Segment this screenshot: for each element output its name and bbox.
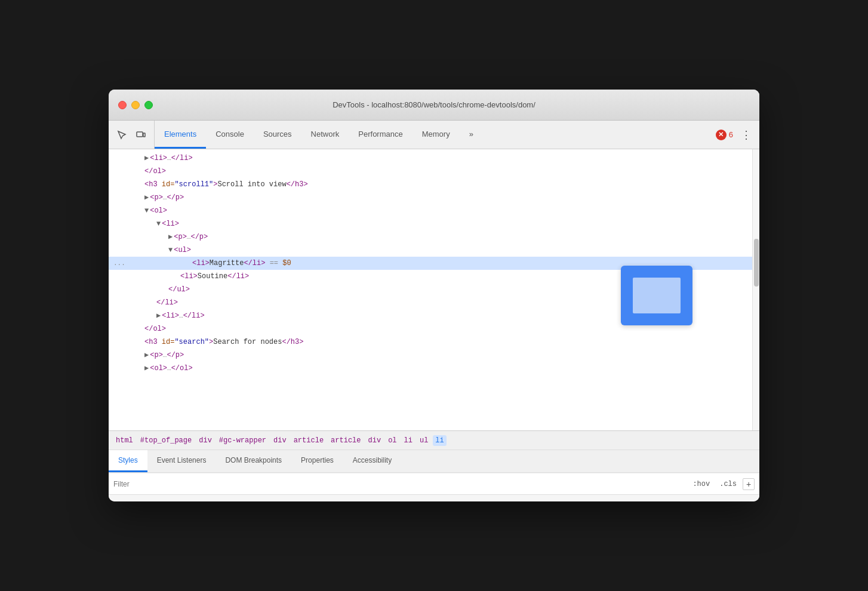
error-icon: ✕	[716, 130, 727, 140]
filter-buttons: :hov .cls +	[689, 478, 755, 490]
breadcrumb: html #top_of_page div #gc-wrapper div ar…	[109, 431, 759, 450]
breadcrumb-ol[interactable]: ol	[386, 435, 399, 446]
dom-line[interactable]: ▼<ul>	[109, 244, 752, 257]
inspect-button[interactable]	[113, 127, 130, 143]
tab-more[interactable]: »	[460, 121, 483, 149]
svg-rect-1	[143, 133, 145, 137]
title-bar: DevTools - localhost:8080/web/tools/chro…	[109, 90, 759, 121]
tab-dom-breakpoints[interactable]: DOM Breakpoints	[216, 450, 291, 472]
dom-line[interactable]: <h3 id="scroll1">Scroll into view</h3>	[109, 178, 752, 191]
tab-performance[interactable]: Performance	[349, 121, 412, 149]
tab-properties[interactable]: Properties	[291, 450, 343, 472]
breadcrumb-div-2[interactable]: div	[271, 435, 289, 446]
breadcrumb-article-1[interactable]: article	[291, 435, 326, 446]
maximize-button[interactable]	[144, 101, 153, 109]
tab-elements[interactable]: Elements	[155, 121, 206, 149]
minimize-button[interactable]	[131, 101, 140, 109]
tab-memory[interactable]: Memory	[413, 121, 460, 149]
breadcrumb-html[interactable]: html	[113, 435, 136, 446]
device-toggle-button[interactable]	[133, 127, 149, 143]
dom-line[interactable]: ▶<ol>…</ol>	[109, 362, 752, 375]
bottom-space	[109, 494, 759, 501]
scrollbar[interactable]	[752, 149, 759, 430]
element-preview	[621, 266, 692, 325]
close-button[interactable]	[118, 101, 127, 109]
bottom-tabs: Styles Event Listeners DOM Breakpoints P…	[109, 450, 759, 473]
dom-line[interactable]: ▶<li>…</li>	[109, 152, 752, 165]
dom-tree[interactable]: ▶<li>…</li> </ol> <h3 id="scroll1">Scrol…	[109, 149, 752, 430]
filter-input[interactable]	[113, 480, 684, 488]
dots-indicator: ...	[113, 257, 125, 270]
tab-accessibility[interactable]: Accessibility	[343, 450, 401, 472]
dom-line[interactable]: <h3 id="search">Search for nodes</h3>	[109, 335, 752, 349]
window-title: DevTools - localhost:8080/web/tools/chro…	[333, 100, 535, 109]
breadcrumb-gc-wrapper[interactable]: #gc-wrapper	[217, 435, 269, 446]
main-tabs: Elements Console Sources Network Perform…	[155, 121, 711, 149]
cls-filter-button[interactable]: .cls	[716, 479, 740, 490]
bottom-panel: html #top_of_page div #gc-wrapper div ar…	[109, 430, 759, 501]
breadcrumb-div-1[interactable]: div	[196, 435, 214, 446]
scrollbar-thumb[interactable]	[754, 239, 759, 287]
error-badge-button[interactable]: ✕ 6	[716, 130, 733, 140]
breadcrumb-ul[interactable]: ul	[417, 435, 430, 446]
dom-line[interactable]: ▶<p>…</p>	[109, 230, 752, 244]
main-content: ▶<li>…</li> </ol> <h3 id="scroll1">Scrol…	[109, 149, 759, 430]
breadcrumb-li-active[interactable]: li	[433, 435, 446, 446]
devtools-toolbar: Elements Console Sources Network Perform…	[109, 121, 759, 149]
dom-line[interactable]: ▶<p>…</p>	[109, 191, 752, 204]
tab-styles[interactable]: Styles	[109, 450, 147, 472]
breadcrumb-div-3[interactable]: div	[366, 435, 384, 446]
dom-line[interactable]: ▼<li>	[109, 217, 752, 230]
add-style-rule-button[interactable]: +	[743, 478, 755, 490]
tab-event-listeners[interactable]: Event Listeners	[147, 450, 216, 472]
element-preview-inner	[633, 278, 681, 313]
hov-filter-button[interactable]: :hov	[689, 479, 713, 490]
tab-console[interactable]: Console	[206, 121, 254, 149]
svg-rect-0	[137, 132, 143, 137]
breadcrumb-top-of-page[interactable]: #top_of_page	[138, 435, 194, 446]
more-options-button[interactable]: ⋮	[738, 127, 755, 143]
dom-line[interactable]: ▼<ol>	[109, 204, 752, 217]
tab-network[interactable]: Network	[301, 121, 349, 149]
breadcrumb-li-1[interactable]: li	[402, 435, 415, 446]
toolbar-right: ✕ 6 ⋮	[711, 121, 759, 149]
tab-sources[interactable]: Sources	[254, 121, 301, 149]
toolbar-left-icons	[109, 121, 155, 149]
filter-bar: :hov .cls +	[109, 473, 759, 494]
traffic-lights	[118, 101, 153, 109]
devtools-window: DevTools - localhost:8080/web/tools/chro…	[109, 90, 759, 501]
breadcrumb-article-2[interactable]: article	[328, 435, 363, 446]
dom-line[interactable]: </ol>	[109, 165, 752, 178]
dom-line[interactable]: ▶<p>…</p>	[109, 349, 752, 362]
